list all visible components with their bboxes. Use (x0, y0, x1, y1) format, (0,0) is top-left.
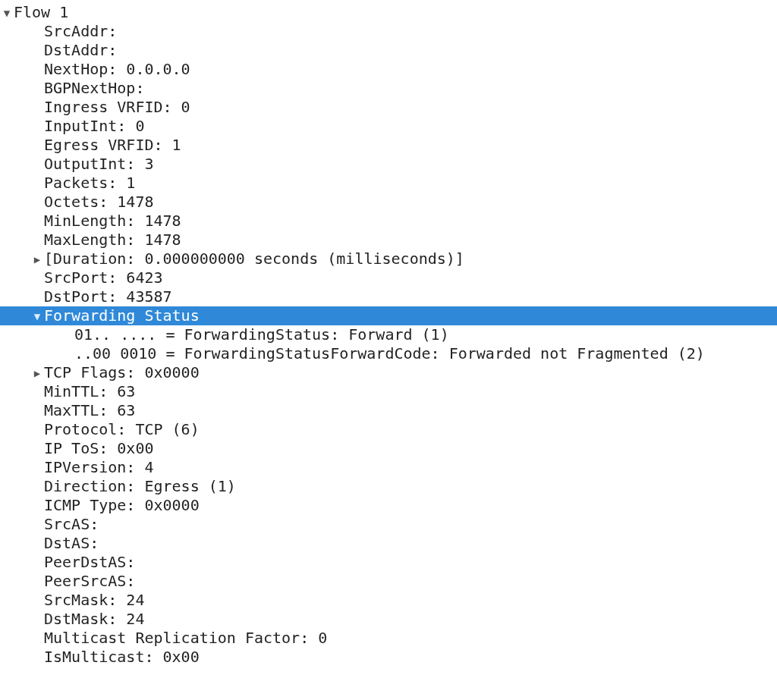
field-text: Direction: Egress (1) (44, 477, 236, 496)
field-text: MinLength: 1478 (44, 212, 181, 231)
field-text: Multicast Replication Factor: 0 (44, 629, 327, 648)
field-ingressvrfid[interactable]: ▶Ingress VRFID: 0 (0, 98, 777, 117)
field-text: OutputInt: 3 (44, 155, 154, 174)
field-packets[interactable]: ▶Packets: 1 (0, 174, 777, 193)
field-text: IPVersion: 4 (44, 458, 154, 477)
field-egressvrfid[interactable]: ▶Egress VRFID: 1 (0, 136, 777, 155)
field-ipversion[interactable]: ▶IPVersion: 4 (0, 458, 777, 477)
field-text: BGPNextHop: (44, 79, 144, 98)
field-srcaddr[interactable]: ▶SrcAddr: (0, 22, 777, 41)
field-text: SrcMask: 24 (44, 591, 144, 610)
field-text: ..00 0010 = ForwardingStatusForwardCode:… (74, 344, 705, 363)
field-inputint[interactable]: ▶InputInt: 0 (0, 117, 777, 136)
field-text: DstAddr: (44, 41, 117, 60)
field-ismulticast[interactable]: ▶IsMulticast: 0x00 (0, 648, 777, 667)
field-duration[interactable]: ▶[Duration: 0.000000000 seconds (millise… (0, 250, 777, 268)
field-peerdstas[interactable]: ▶PeerDstAS: (0, 553, 777, 572)
expand-arrow-right-icon[interactable]: ▶ (32, 253, 42, 267)
field-minttl[interactable]: ▶MinTTL: 63 (0, 382, 777, 401)
field-text: TCP Flags: 0x0000 (44, 363, 200, 382)
field-text: MaxTTL: 63 (44, 401, 135, 420)
field-multirepl[interactable]: ▶Multicast Replication Factor: 0 (0, 629, 777, 648)
field-text: IsMulticast: 0x00 (44, 648, 200, 667)
field-direction[interactable]: ▶Direction: Egress (1) (0, 477, 777, 496)
field-maxttl[interactable]: ▶MaxTTL: 63 (0, 401, 777, 420)
field-text: PeerDstAS: (44, 553, 135, 572)
field-bgpnexthop[interactable]: ▶BGPNextHop: (0, 79, 777, 98)
field-icmptype[interactable]: ▶ICMP Type: 0x0000 (0, 496, 777, 515)
field-nexthop[interactable]: ▶NextHop: 0.0.0.0 (0, 60, 777, 79)
field-text: DstAS: (44, 534, 99, 553)
packet-tree[interactable]: ▼Flow 1▶SrcAddr:▶DstAddr:▶NextHop: 0.0.0… (0, 0, 777, 673)
field-text: Forwarding Status (44, 306, 200, 325)
field-text: InputInt: 0 (44, 117, 144, 136)
field-tcpflags[interactable]: ▶TCP Flags: 0x0000 (0, 363, 777, 382)
field-text: 01.. .... = ForwardingStatus: Forward (1… (74, 325, 449, 344)
field-fwdstatuscode-bits[interactable]: ▶..00 0010 = ForwardingStatusForwardCode… (0, 344, 777, 363)
field-text: MinTTL: 63 (44, 382, 135, 401)
field-text: SrcAddr: (44, 22, 117, 41)
field-text: SrcAS: (44, 515, 99, 534)
field-text: ICMP Type: 0x0000 (44, 496, 200, 515)
field-iptos[interactable]: ▶IP ToS: 0x00 (0, 439, 777, 458)
field-text: Octets: 1478 (44, 193, 154, 212)
field-srcport[interactable]: ▶SrcPort: 6423 (0, 268, 777, 287)
field-protocol[interactable]: ▶Protocol: TCP (6) (0, 420, 777, 439)
field-octets[interactable]: ▶Octets: 1478 (0, 193, 777, 212)
field-text: IP ToS: 0x00 (44, 439, 154, 458)
field-text: Protocol: TCP (6) (44, 420, 200, 439)
flow-header[interactable]: ▼Flow 1 (0, 3, 777, 22)
field-text: Ingress VRFID: 0 (44, 98, 190, 117)
field-text: PeerSrcAS: (44, 572, 135, 591)
field-text: [Duration: 0.000000000 seconds (millisec… (44, 250, 464, 268)
field-text: SrcPort: 6423 (44, 268, 163, 287)
field-outputint[interactable]: ▶OutputInt: 3 (0, 155, 777, 174)
field-peersrcas[interactable]: ▶PeerSrcAS: (0, 572, 777, 591)
field-srcas[interactable]: ▶SrcAS: (0, 515, 777, 534)
field-text: Packets: 1 (44, 174, 135, 193)
field-maxlength[interactable]: ▶MaxLength: 1478 (0, 231, 777, 250)
expand-arrow-right-icon[interactable]: ▶ (32, 367, 42, 381)
field-srcmask[interactable]: ▶SrcMask: 24 (0, 591, 777, 610)
field-dstaddr[interactable]: ▶DstAddr: (0, 41, 777, 60)
expand-arrow-down-icon[interactable]: ▼ (32, 310, 42, 324)
field-dstport[interactable]: ▶DstPort: 43587 (0, 287, 777, 306)
field-dstmask[interactable]: ▶DstMask: 24 (0, 610, 777, 629)
field-text: MaxLength: 1478 (44, 231, 181, 250)
field-forwarding-status[interactable]: ▼Forwarding Status (0, 306, 777, 325)
field-text: DstMask: 24 (44, 610, 144, 629)
field-text: DstPort: 43587 (44, 287, 172, 306)
field-minlength[interactable]: ▶MinLength: 1478 (0, 212, 777, 231)
expand-arrow-down-icon[interactable]: ▼ (2, 7, 12, 20)
field-text: NextHop: 0.0.0.0 (44, 60, 190, 79)
field-dstas[interactable]: ▶DstAS: (0, 534, 777, 553)
field-text: Egress VRFID: 1 (44, 136, 181, 155)
field-fwdstatus-bits[interactable]: ▶01.. .... = ForwardingStatus: Forward (… (0, 325, 777, 344)
field-text: Flow 1 (14, 3, 68, 22)
